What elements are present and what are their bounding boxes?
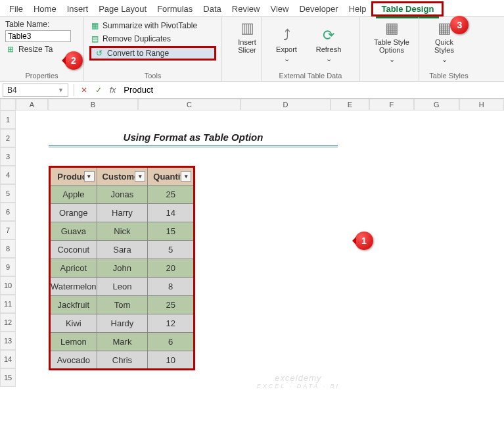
data-table[interactable]: Product▾Customer▾Quantity▾ AppleJonas25O… [49, 166, 195, 370]
pivot-icon: ▦ [89, 20, 100, 31]
table-row[interactable]: KiwiHardy12 [50, 314, 195, 333]
table-cell[interactable]: 8 [148, 278, 195, 296]
table-row[interactable]: JackfruitTom25 [50, 296, 195, 314]
table-header-quantity[interactable]: Quantity▾ [148, 167, 195, 186]
row-header-14[interactable]: 14 [0, 350, 16, 368]
table-cell[interactable]: 15 [148, 222, 195, 241]
tab-view[interactable]: View [265, 1, 294, 16]
col-header-G[interactable]: G [414, 99, 459, 111]
table-row[interactable]: WatermelonLeon8 [50, 278, 195, 296]
table-row[interactable]: LemonMark6 [50, 333, 195, 351]
refresh-button[interactable]: ⟳ Refresh⌄ [309, 20, 348, 70]
filter-icon[interactable]: ▾ [84, 171, 95, 182]
table-cell[interactable]: Sara [97, 241, 148, 259]
row-header-10[interactable]: 10 [0, 276, 16, 295]
row-header-15[interactable]: 15 [0, 368, 16, 387]
tab-developer[interactable]: Developer [294, 1, 343, 16]
table-row[interactable]: ApricotJohn20 [50, 259, 195, 278]
col-header-C[interactable]: C [138, 99, 241, 111]
table-cell[interactable]: Chris [97, 351, 148, 370]
table-row[interactable]: AvocadoChris10 [50, 351, 195, 370]
export-button[interactable]: ⤴ Export⌄ [267, 20, 306, 70]
table-cell[interactable]: 14 [148, 204, 195, 222]
table-cell[interactable]: 20 [148, 259, 195, 278]
select-all-corner[interactable] [0, 99, 16, 111]
resize-icon: ⊞ [5, 44, 16, 55]
table-cell[interactable]: Coconut [50, 241, 97, 259]
table-header-product[interactable]: Product▾ [50, 167, 97, 186]
quick-styles-icon: ▦ [438, 20, 451, 37]
table-cell[interactable]: Hardy [97, 314, 148, 333]
table-cell[interactable]: Orange [50, 204, 97, 222]
formula-input[interactable] [120, 84, 504, 96]
row-header-2[interactable]: 2 [0, 129, 16, 147]
fx-icon[interactable]: fx [106, 86, 120, 95]
row-header-11[interactable]: 11 [0, 295, 16, 313]
table-cell[interactable]: 6 [148, 333, 195, 351]
table-cell[interactable]: 25 [148, 296, 195, 314]
table-cell[interactable]: Guava [50, 222, 97, 241]
row-header-3[interactable]: 3 [0, 147, 16, 166]
table-cell[interactable]: Tom [97, 296, 148, 314]
row-header-9[interactable]: 9 [0, 258, 16, 276]
remove-duplicates-button[interactable]: ▤ Remove Duplicates [89, 33, 216, 45]
col-header-B[interactable]: B [48, 99, 138, 111]
filter-icon[interactable]: ▾ [181, 171, 191, 182]
row-header-5[interactable]: 5 [0, 184, 16, 203]
row-header-13[interactable]: 13 [0, 332, 16, 350]
table-cell[interactable]: Apricot [50, 259, 97, 278]
row-header-1[interactable]: 1 [0, 111, 16, 129]
row-header-12[interactable]: 12 [0, 313, 16, 332]
table-row[interactable]: CoconutSara5 [50, 241, 195, 259]
name-box[interactable]: B4 ▼ [3, 84, 68, 97]
summarize-pivot-button[interactable]: ▦ Summarize with PivotTable [89, 20, 216, 32]
table-header-customer[interactable]: Customer▾ [97, 167, 148, 186]
col-header-D[interactable]: D [241, 99, 331, 111]
table-name-input[interactable] [5, 30, 71, 42]
table-cell[interactable]: Leon [97, 278, 148, 296]
cancel-icon[interactable]: ✕ [77, 86, 91, 95]
table-row[interactable]: GuavaNick15 [50, 222, 195, 241]
ribbon: Table Name: ⊞ Resize Ta Properties 2 ▦ S… [0, 17, 504, 82]
col-header-H[interactable]: H [459, 99, 504, 111]
table-cell[interactable]: Kiwi [50, 314, 97, 333]
enter-icon[interactable]: ✓ [91, 86, 106, 95]
tab-insert[interactable]: Insert [62, 1, 94, 16]
table-cell[interactable]: Jackfruit [50, 296, 97, 314]
table-cell[interactable]: 10 [148, 351, 195, 370]
tab-data[interactable]: Data [198, 1, 226, 16]
convert-to-range-button[interactable]: ↺ Convert to Range [89, 46, 216, 61]
table-cell[interactable]: 12 [148, 314, 195, 333]
table-cell[interactable]: 5 [148, 241, 195, 259]
tab-table-design[interactable]: Table Design [376, 1, 439, 18]
table-cell[interactable]: Avocado [50, 351, 97, 370]
tab-review[interactable]: Review [227, 1, 265, 16]
table-cell[interactable]: Watermelon [50, 278, 97, 296]
table-cell[interactable]: Jonas [97, 186, 148, 204]
table-cell[interactable]: 25 [148, 186, 195, 204]
table-cell[interactable]: Harry [97, 204, 148, 222]
group-properties-label: Properties [5, 70, 78, 80]
table-cell[interactable]: John [97, 259, 148, 278]
table-style-options-button[interactable]: ▦ Table Style Options⌄ [365, 20, 418, 64]
table-cell[interactable]: Apple [50, 186, 97, 204]
row-header-6[interactable]: 6 [0, 203, 16, 221]
tab-page-layout[interactable]: Page Layout [93, 1, 152, 16]
row-header-8[interactable]: 8 [0, 239, 16, 258]
table-cell[interactable]: Mark [97, 333, 148, 351]
row-header-7[interactable]: 7 [0, 221, 16, 239]
table-cell[interactable]: Lemon [50, 333, 97, 351]
col-header-F[interactable]: F [369, 99, 414, 111]
col-header-E[interactable]: E [331, 99, 369, 111]
table-row[interactable]: AppleJonas25 [50, 186, 195, 204]
tab-home[interactable]: Home [28, 1, 62, 16]
row-header-4[interactable]: 4 [0, 166, 16, 184]
tab-help[interactable]: Help [344, 1, 372, 16]
insert-slicer-button[interactable]: ▥ Insert Slicer [227, 20, 267, 54]
filter-icon[interactable]: ▾ [135, 171, 145, 182]
tab-formulas[interactable]: Formulas [152, 1, 198, 16]
table-row[interactable]: OrangeHarry14 [50, 204, 195, 222]
tab-file[interactable]: File [4, 1, 28, 16]
col-header-A[interactable]: A [16, 99, 48, 111]
table-cell[interactable]: Nick [97, 222, 148, 241]
